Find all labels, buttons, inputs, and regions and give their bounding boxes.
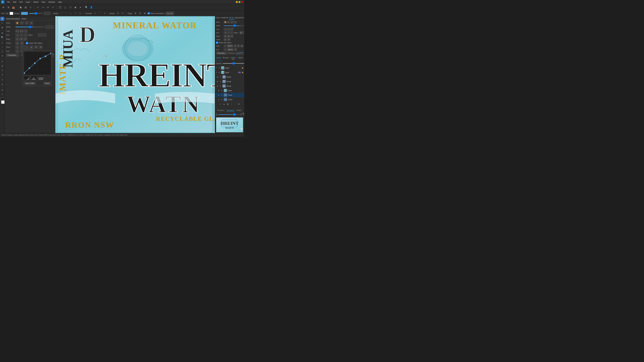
rs-start-swap[interactable]: ⇄ (240, 44, 243, 47)
cap-square-btn[interactable]: □ (24, 29, 28, 33)
toolbar-path-btn[interactable]: ◇ (28, 5, 33, 10)
rs-width-slider[interactable] (224, 25, 244, 26)
stroke-width-input[interactable]: 5 pt (44, 12, 50, 15)
layer-item-2[interactable]: ▼ 👁 Layer FX 🔒 (215, 70, 244, 75)
align-inside-btn[interactable]: ⊠ (20, 37, 23, 41)
layers-tab-brushes[interactable]: Brushes (222, 56, 230, 61)
layers-tab-styles[interactable]: Styles (237, 56, 244, 61)
rs-fill-btn[interactable]: ⬡ (230, 21, 234, 23)
mode-btn-3[interactable]: ⌣ (69, 11, 72, 15)
layer-expand-6[interactable]: ▶ (218, 90, 220, 91)
layer-eye-2[interactable]: 👁 (218, 71, 220, 73)
layers-add-btn[interactable]: + (219, 103, 222, 105)
transform-tool-btn[interactable]: ⊕ (0, 31, 4, 35)
convert-btn-2[interactable]: ⌒ (98, 11, 102, 15)
node-tool-btn[interactable]: ◈ (0, 25, 4, 29)
mitre-input[interactable]: 10 (38, 33, 46, 37)
mode-btn-5[interactable]: ⬡ (78, 11, 82, 15)
rs-end-refresh[interactable]: ↻ (234, 48, 237, 51)
width-slider[interactable] (16, 27, 44, 27)
tab-swatches[interactable]: Swatches (221, 16, 228, 19)
layer-item-5[interactable]: ▶ 👁 Group (215, 84, 244, 88)
layer-item-curve-1[interactable]: ▶ 👁 Curve (215, 93, 244, 97)
rs-none-btn[interactable]: ✕ (234, 21, 237, 23)
pressure-preset-3[interactable] (38, 76, 44, 81)
style-none-btn[interactable]: ✕ (30, 21, 33, 25)
layers-opacity-slider[interactable] (223, 63, 244, 64)
style-color-btn[interactable]: 🎨 (16, 21, 19, 25)
toolbar-export2-btn[interactable]: ⬡ (68, 5, 72, 10)
window-minimize[interactable] (236, 1, 238, 3)
tab-colour[interactable]: Colour (215, 16, 221, 19)
layer-lock-4[interactable] (242, 80, 244, 82)
style-fill-btn[interactable]: ⬡ (25, 21, 28, 25)
toolbar-grid-btn[interactable]: ⊞ (6, 5, 11, 10)
layer-eye-curve-1[interactable]: 👁 (221, 94, 223, 96)
layer-eye-4[interactable]: 👁 (219, 80, 222, 83)
menu-window[interactable]: Window (47, 1, 56, 3)
layer-expand-curve-2[interactable]: ▶ (218, 99, 220, 100)
layer-expand-1[interactable]: ▼ (216, 67, 217, 69)
rs-stroke-btn[interactable]: ✏ (227, 21, 230, 23)
end-marker-btn[interactable]: — (16, 49, 19, 53)
layer-lock-3[interactable] (242, 76, 244, 78)
layer-item-3[interactable]: ▶ 👁 Group (215, 75, 244, 79)
layer-lock-6[interactable] (242, 89, 244, 91)
menu-view[interactable]: View (40, 1, 47, 3)
layer-lock-5[interactable] (242, 85, 244, 87)
menu-layer[interactable]: Layer (24, 1, 32, 3)
mode-btn-2[interactable]: ⌢ (64, 11, 68, 15)
zoom-tool-btn[interactable]: 🔍 (0, 35, 4, 39)
action-btn-1[interactable]: ⊕ (116, 11, 120, 15)
rs-order-over-btn[interactable]: ▲ (224, 38, 227, 41)
layer-eye-3[interactable]: 👁 (219, 76, 222, 78)
convert-btn-1[interactable]: ∧ (93, 11, 97, 15)
zoom-in-btn[interactable]: + (240, 113, 242, 116)
rs-cap-square[interactable]: □ (230, 28, 234, 30)
menu-text[interactable]: Text (18, 1, 24, 3)
layers-delete-btn[interactable]: 🗑 (226, 103, 229, 105)
rs-join-round[interactable]: ⌒ (227, 31, 230, 34)
stroke-color-box[interactable] (21, 12, 28, 15)
menu-help[interactable]: Help (57, 1, 63, 3)
layer-eye-1[interactable]: 👁 (218, 67, 220, 69)
toolbar-align-btn[interactable]: ▣ (18, 5, 23, 10)
start-dec-btn[interactable]: ▼ (34, 45, 38, 49)
fill-color-box[interactable] (10, 12, 13, 15)
zoom-out-btn[interactable]: − (216, 113, 217, 116)
layers-down-btn[interactable]: ↓ (234, 103, 237, 105)
layer-item-curve-2[interactable]: ▶ 👁 Curve (215, 97, 244, 102)
mode-btn-4[interactable]: ↗ (74, 11, 77, 15)
cap-round-btn[interactable]: )—( (20, 29, 23, 33)
layer-expand-2[interactable]: ▼ (216, 71, 217, 73)
rs-cap-butt[interactable]: | (224, 28, 227, 30)
snap-btn-1[interactable]: ⊞ (134, 11, 137, 15)
layer-item-6[interactable]: ▶ 👁 Layer (215, 88, 244, 93)
rs-align-outside[interactable]: ⊡ (230, 35, 234, 37)
align-center-btn[interactable]: ⊟ (16, 37, 19, 41)
tab-history[interactable]: History (236, 109, 243, 112)
style-stroke-btn[interactable]: ✏ (20, 21, 24, 25)
rs-pressure-btn[interactable] (236, 52, 243, 55)
rs-scale-checkbox[interactable] (216, 41, 218, 44)
layers-up-btn[interactable]: ↑ (230, 103, 233, 105)
show-orientation-check[interactable]: Show Orientation (148, 12, 164, 14)
layers-tab-layers[interactable]: Layers (215, 56, 222, 61)
toolbar-mode-btn[interactable]: ◉ (73, 5, 78, 10)
layer-expand-4[interactable]: ▶ (217, 81, 219, 82)
rs-order-under-btn[interactable]: ▼ (228, 38, 230, 41)
rect-tool-btn[interactable]: ▭ (0, 41, 4, 45)
join-bevel-btn[interactable]: ⌣ (24, 33, 28, 37)
start-inc-btn[interactable]: ▲ (30, 45, 33, 49)
save-profile-btn[interactable]: Save Profile (24, 82, 36, 85)
toolbar-vector-btn[interactable]: △ (63, 5, 68, 10)
zoom-slider[interactable] (218, 114, 240, 115)
start-marker-btn[interactable]: — (16, 45, 19, 49)
rs-start-pct[interactable] (227, 44, 233, 47)
toolbar-history-btn[interactable]: ⟳ (46, 5, 50, 10)
layer-eye-6[interactable]: 👁 (221, 89, 223, 92)
width-input[interactable]: 5 pt (46, 25, 54, 29)
snap-btn-3[interactable]: ⊠ (143, 11, 146, 15)
properties-btn[interactable]: Properties... (6, 54, 19, 57)
use-fill-btn[interactable]: Use Fill (165, 11, 174, 15)
